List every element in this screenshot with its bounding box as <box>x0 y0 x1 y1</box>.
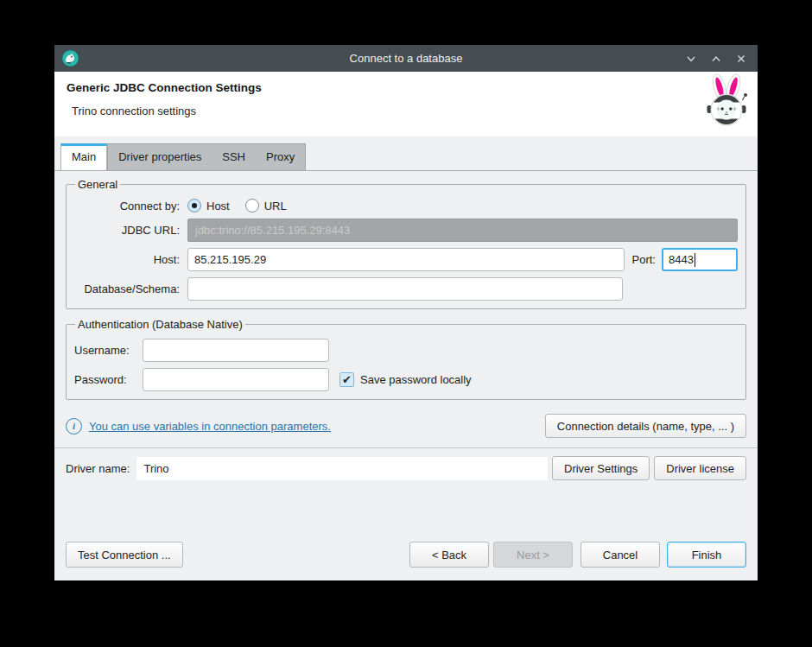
driver-license-button[interactable]: Driver license <box>654 456 746 480</box>
password-row: Password: ✔ Save password locally <box>74 368 738 391</box>
titlebar[interactable]: Connect to a database <box>54 45 758 72</box>
dbeaver-app-icon <box>61 49 79 67</box>
authentication-group: Authentication (Database Native) Usernam… <box>66 318 746 400</box>
connection-details-button[interactable]: Connection details (name, type, ... ) <box>545 414 746 438</box>
radio-url-label[interactable]: URL <box>264 200 287 212</box>
radio-host[interactable] <box>187 199 201 212</box>
tab-proxy[interactable]: Proxy <box>256 144 305 170</box>
page-title: Generic JDBC Connection Settings <box>67 81 745 94</box>
finish-button[interactable]: Finish <box>667 542 746 568</box>
dialog-button-bar: Test Connection ... < Back Next > Cancel… <box>54 542 758 568</box>
tab-ssh[interactable]: SSH <box>212 144 256 170</box>
maximize-button[interactable] <box>710 53 722 65</box>
general-group-legend: General <box>75 178 120 191</box>
jdbc-url-label: JDBC URL: <box>74 224 180 237</box>
save-password-label[interactable]: Save password locally <box>360 373 472 386</box>
database-row: Database/Schema: <box>74 277 738 301</box>
port-label: Port: <box>632 253 656 266</box>
cancel-button[interactable]: Cancel <box>580 542 660 568</box>
main-tab-content: General Connect by: Host URL JDBC URL: j… <box>54 171 758 438</box>
tab-main[interactable]: Main <box>60 143 107 170</box>
password-label: Password: <box>74 373 137 386</box>
port-value: 8443 <box>669 253 694 266</box>
username-input[interactable] <box>143 339 329 362</box>
driver-row: Driver name: Trino Driver Settings Drive… <box>54 456 758 480</box>
connect-by-row: Connect by: Host URL <box>74 199 738 212</box>
host-port-row: Host: Port: 8443 <box>74 248 738 271</box>
variables-help-link[interactable]: You can use variables in connection para… <box>89 420 331 433</box>
test-connection-button[interactable]: Test Connection ... <box>66 542 183 568</box>
database-label: Database/Schema: <box>74 282 180 295</box>
radio-url[interactable] <box>245 199 259 212</box>
radio-host-label[interactable]: Host <box>206 200 230 212</box>
window-title: Connect to a database <box>350 52 463 65</box>
driver-settings-button[interactable]: Driver Settings <box>552 456 650 480</box>
info-row: i You can use variables in connection pa… <box>66 414 746 438</box>
save-password-checkbox[interactable]: ✔ <box>339 372 354 387</box>
page-subtitle: Trino connection settings <box>67 105 745 117</box>
next-button: Next > <box>493 542 573 568</box>
username-row: Username: <box>74 339 738 362</box>
inactive-tab-group: Driver properties SSH Proxy <box>107 143 306 170</box>
host-input[interactable] <box>187 248 625 271</box>
connect-by-label: Connect by: <box>74 200 180 212</box>
password-input[interactable] <box>143 368 329 391</box>
minimize-button[interactable] <box>685 53 697 65</box>
authentication-group-legend: Authentication (Database Native) <box>75 318 245 331</box>
dialog-header: Generic JDBC Connection Settings Trino c… <box>54 72 758 136</box>
tab-driver-properties[interactable]: Driver properties <box>108 144 212 170</box>
tab-bar: Main Driver properties SSH Proxy <box>54 136 758 171</box>
port-input[interactable]: 8443 <box>662 248 738 271</box>
jdbc-url-field: jdbc:trino://85.215.195.29:8443 <box>187 219 738 242</box>
driver-name-label: Driver name: <box>66 462 130 475</box>
window-controls <box>685 45 747 72</box>
username-label: Username: <box>74 344 137 357</box>
close-button[interactable] <box>735 53 747 65</box>
driver-name-value: Trino <box>136 457 548 480</box>
general-group: General Connect by: Host URL JDBC URL: j… <box>66 178 746 309</box>
horizontal-separator <box>54 447 758 448</box>
jdbc-url-row: JDBC URL: jdbc:trino://85.215.195.29:844… <box>74 219 738 242</box>
text-caret <box>695 253 695 267</box>
database-input[interactable] <box>187 277 623 301</box>
trino-bunny-logo-icon <box>705 73 750 130</box>
back-button[interactable]: < Back <box>409 542 489 568</box>
host-label: Host: <box>74 253 180 266</box>
connect-to-database-dialog: Connect to a database Generic JDBC Conne… <box>54 45 758 580</box>
info-icon: i <box>66 418 82 435</box>
